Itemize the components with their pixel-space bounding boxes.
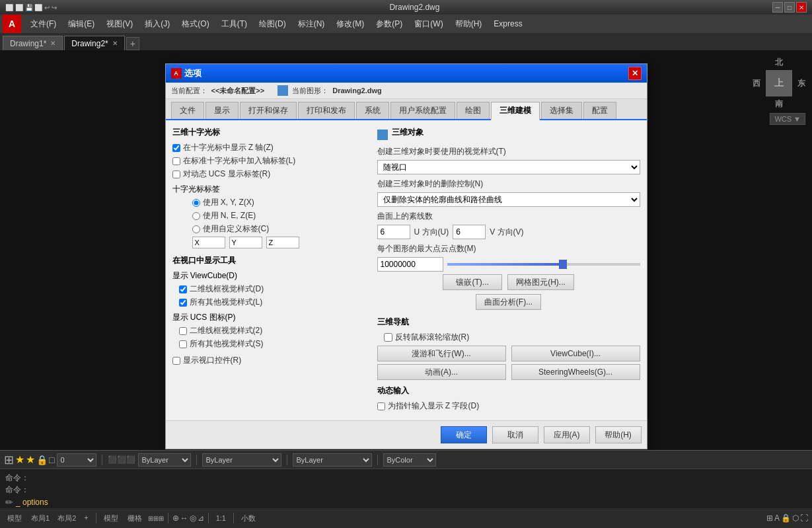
dialog-overlay: A 选项 ✕ 当前配置： <<未命名配置>> 当前图形： Drawing2.dw… [0,50,812,455]
polar-icon[interactable]: ◎ [190,513,196,523]
viewcube-2d-check[interactable] [179,285,187,293]
viewcube-other-check[interactable] [179,299,187,307]
ortho-icon[interactable]: ↔ [180,513,188,523]
check-dynamic-ucs[interactable] [172,170,180,178]
nav-btn-row2: 动画(A)... SteeringWheels(G)... [377,364,640,380]
v-value-input[interactable] [453,225,486,239]
model-btn[interactable]: 模型 [100,512,122,525]
layout2-tab[interactable]: 布局2 [54,512,79,525]
u-value-input[interactable] [377,225,410,239]
animation-btn[interactable]: 动画(A)... [377,364,506,380]
plotstyle-dropdown[interactable]: ByColor [383,453,436,467]
grid-btn[interactable]: 栅格 [124,512,145,525]
menu-format[interactable]: 格式(O) [176,17,214,32]
xyz-y-input[interactable] [229,237,262,248]
layout1-tab[interactable]: 布局1 [28,512,53,525]
tessellation-btn-row: 镶嵌(T)... 网格图元(H)... [377,274,640,290]
tab-selection[interactable]: 选择集 [541,102,582,119]
tab-3d-modeling[interactable]: 三维建模 [491,102,540,120]
menu-insert[interactable]: 插入(J) [139,17,175,32]
linetype-dropdown[interactable]: ByLayer [202,453,281,467]
layer-dropdown[interactable]: 0 [57,453,96,467]
annotation-icon[interactable]: A [774,513,780,523]
menu-modify[interactable]: 修改(M) [331,17,369,32]
tab-print[interactable]: 打印和发布 [298,102,355,119]
check-axis-label[interactable] [172,157,180,165]
radio-xyz[interactable] [192,199,200,207]
check-z-axis-row: 在十字光标中显示 Z 轴(Z) [172,142,371,153]
check-z-axis[interactable] [172,144,180,152]
tab-file[interactable]: 文件 [171,102,204,119]
menu-window[interactable]: 窗口(W) [409,17,448,32]
tab-close-drawing1[interactable]: ✕ [50,40,55,47]
decimal-label[interactable]: 小数 [238,512,259,525]
tab-drawing1[interactable]: Drawing1* ✕ [3,36,63,50]
model-tab[interactable]: 模型 [4,512,25,525]
dynamic-z-label: 为指针输入显示 Z 字段(D) [388,400,480,412]
menu-file[interactable]: 文件(F) [25,17,61,32]
menu-parametric[interactable]: 参数(P) [371,17,408,32]
snap-icon[interactable]: ⊕ [172,513,179,523]
menu-annotate[interactable]: 标注(N) [293,17,330,32]
create-style-dropdown[interactable]: 随视口 [377,160,640,174]
inview-title: 在视口中显示工具 [172,255,371,266]
menu-draw[interactable]: 绘图(D) [254,17,291,32]
tab-profiles[interactable]: 配置 [583,102,616,119]
check-axis-label-row: 在标准十字光标中加入轴标签(L) [172,155,371,167]
mesh-btn[interactable]: 网格图元(H)... [507,274,574,290]
iso-icon[interactable]: ⬡ [792,513,799,523]
tab-add-btn[interactable]: + [126,37,139,50]
ucs-other-label: 所有其他视觉样式(S) [190,338,264,350]
add-layout-btn[interactable]: + [81,512,91,525]
tab-display[interactable]: 显示 [205,102,239,119]
tessellation-btn[interactable]: 镶嵌(T)... [443,274,502,290]
menu-edit[interactable]: 编辑(E) [63,17,100,32]
workspace-icon[interactable]: ⊞ [766,513,773,523]
tab-system[interactable]: 系统 [356,102,389,119]
xyz-z-input[interactable] [266,237,299,248]
steering-btn[interactable]: SteeringWheels(G)... [511,364,640,380]
radio-nez[interactable] [192,212,200,220]
menu-view[interactable]: 视图(V) [101,17,138,32]
color-dropdown[interactable]: ByLayer [138,453,191,467]
tab-drawing2[interactable]: Drawing2* ✕ [64,36,124,50]
tab-drafting[interactable]: 绘图 [457,102,490,119]
surface-analysis-btn[interactable]: 曲面分析(F)... [476,294,541,310]
help-btn[interactable]: 帮助(H) [595,426,642,443]
dynamic-z-row: 为指针输入显示 Z 字段(D) [377,400,640,412]
dynamic-z-check[interactable] [377,402,385,410]
viewport-controls-check[interactable] [172,357,180,365]
apply-btn[interactable]: 应用(A) [544,426,590,443]
menu-help[interactable]: 帮助(H) [450,17,488,32]
reverse-mouse-label: 反转鼠标滚轮缩放(R) [395,332,470,343]
tab-user[interactable]: 用户系统配置 [390,102,455,119]
lock-status-icon[interactable]: 🔒 [781,513,791,523]
config-drawing: 当前图形： Drawing2.dwg [277,85,382,96]
ucs-2d-check[interactable] [179,327,187,335]
close-btn[interactable]: ✕ [796,2,807,13]
ok-btn[interactable]: 确定 [441,426,487,443]
ucs-other-check[interactable] [179,340,187,348]
maximize-btn[interactable]: □ [784,2,795,13]
layer-manager-icon[interactable]: ⊞ [4,453,14,467]
osnap-icon[interactable]: ⊿ [198,513,204,523]
points-input[interactable] [377,257,443,272]
cancel-btn[interactable]: 取消 [492,426,538,443]
tab-close-drawing2[interactable]: ✕ [112,40,118,47]
points-slider-container[interactable] [447,257,640,272]
menu-express[interactable]: Express [488,17,527,30]
radio-custom[interactable] [192,225,200,233]
window-controls[interactable]: ─ □ ✕ [772,2,807,13]
lineweight-dropdown[interactable]: ByLayer [293,453,372,467]
menu-tools[interactable]: 工具(T) [216,17,252,32]
xyz-x-input[interactable] [192,237,225,248]
minimize-btn[interactable]: ─ [772,2,783,13]
viewcube-btn[interactable]: ViewCube(I)... [511,346,640,361]
dialog-close-btn[interactable]: ✕ [628,67,642,80]
tab-open-save[interactable]: 打开和保存 [240,102,297,119]
slider-thumb[interactable] [559,260,567,269]
reverse-mouse-check[interactable] [384,333,392,342]
fullscreen-icon[interactable]: ⛶ [800,513,808,523]
walk-fly-btn[interactable]: 漫游和飞行(W)... [377,346,506,361]
delete-control-dropdown[interactable]: 仅删除实体的轮廓曲线和路径曲线 [377,192,640,207]
